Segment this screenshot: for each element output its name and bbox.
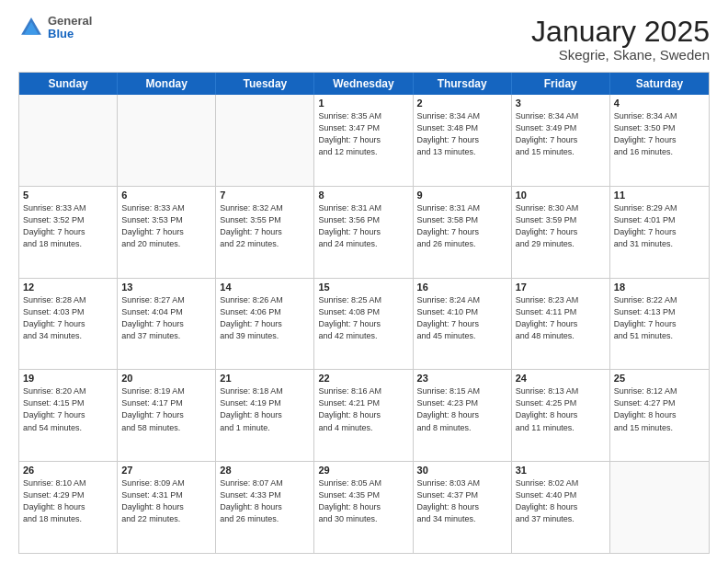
day-number: 6	[121, 190, 211, 201]
day-number: 29	[318, 465, 408, 476]
day-info: Sunrise: 8:19 AM Sunset: 4:17 PM Dayligh…	[121, 385, 211, 433]
week-row-2: 5Sunrise: 8:33 AM Sunset: 3:52 PM Daylig…	[19, 187, 709, 279]
day-info: Sunrise: 8:16 AM Sunset: 4:21 PM Dayligh…	[318, 385, 408, 433]
day-cell-12: 12Sunrise: 8:28 AM Sunset: 4:03 PM Dayli…	[19, 279, 118, 370]
day-info: Sunrise: 8:27 AM Sunset: 4:04 PM Dayligh…	[121, 294, 211, 342]
calendar-header: SundayMondayTuesdayWednesdayThursdayFrid…	[19, 73, 709, 95]
day-number: 8	[318, 190, 408, 201]
week-row-5: 26Sunrise: 8:10 AM Sunset: 4:29 PM Dayli…	[19, 462, 709, 553]
day-info: Sunrise: 8:09 AM Sunset: 4:31 PM Dayligh…	[121, 477, 211, 525]
logo: General Blue	[18, 15, 92, 41]
logo-blue: Blue	[48, 28, 92, 40]
day-cell-5: 5Sunrise: 8:33 AM Sunset: 3:52 PM Daylig…	[19, 187, 118, 278]
week-row-4: 19Sunrise: 8:20 AM Sunset: 4:15 PM Dayli…	[19, 370, 709, 462]
day-cell-15: 15Sunrise: 8:25 AM Sunset: 4:08 PM Dayli…	[314, 279, 413, 370]
page: General Blue January 2025 Skegrie, Skane…	[0, 0, 728, 563]
day-number: 9	[417, 190, 507, 201]
day-info: Sunrise: 8:34 AM Sunset: 3:49 PM Dayligh…	[516, 110, 606, 158]
day-info: Sunrise: 8:34 AM Sunset: 3:50 PM Dayligh…	[614, 110, 705, 158]
day-info: Sunrise: 8:15 AM Sunset: 4:23 PM Dayligh…	[417, 385, 507, 433]
day-cell-6: 6Sunrise: 8:33 AM Sunset: 3:53 PM Daylig…	[118, 187, 216, 278]
subtitle: Skegrie, Skane, Sweden	[531, 47, 710, 63]
empty-cell	[19, 95, 118, 186]
empty-cell	[216, 95, 314, 186]
day-cell-9: 9Sunrise: 8:31 AM Sunset: 3:58 PM Daylig…	[414, 187, 512, 278]
day-number: 5	[23, 190, 113, 201]
day-number: 28	[220, 465, 310, 476]
day-number: 18	[614, 282, 705, 293]
day-cell-20: 20Sunrise: 8:19 AM Sunset: 4:17 PM Dayli…	[118, 370, 216, 461]
day-cell-24: 24Sunrise: 8:13 AM Sunset: 4:25 PM Dayli…	[512, 370, 610, 461]
empty-cell	[610, 462, 709, 553]
main-title: January 2025	[531, 15, 710, 49]
day-cell-4: 4Sunrise: 8:34 AM Sunset: 3:50 PM Daylig…	[610, 95, 709, 186]
day-info: Sunrise: 8:23 AM Sunset: 4:11 PM Dayligh…	[516, 294, 606, 342]
day-cell-14: 14Sunrise: 8:26 AM Sunset: 4:06 PM Dayli…	[216, 279, 314, 370]
weekday-header-tuesday: Tuesday	[216, 73, 314, 95]
day-info: Sunrise: 8:33 AM Sunset: 3:52 PM Dayligh…	[23, 202, 113, 250]
calendar-body: 1Sunrise: 8:35 AM Sunset: 3:47 PM Daylig…	[19, 95, 709, 553]
weekday-header-monday: Monday	[118, 73, 216, 95]
weekday-header-thursday: Thursday	[414, 73, 512, 95]
weekday-header-saturday: Saturday	[610, 73, 709, 95]
day-info: Sunrise: 8:30 AM Sunset: 3:59 PM Dayligh…	[516, 202, 606, 250]
day-number: 20	[121, 373, 211, 384]
day-number: 27	[121, 465, 211, 476]
day-cell-23: 23Sunrise: 8:15 AM Sunset: 4:23 PM Dayli…	[414, 370, 512, 461]
day-number: 3	[516, 98, 606, 109]
day-number: 13	[121, 282, 211, 293]
day-cell-25: 25Sunrise: 8:12 AM Sunset: 4:27 PM Dayli…	[610, 370, 709, 461]
day-cell-31: 31Sunrise: 8:02 AM Sunset: 4:40 PM Dayli…	[512, 462, 610, 553]
day-info: Sunrise: 8:31 AM Sunset: 3:56 PM Dayligh…	[318, 202, 408, 250]
day-number: 1	[318, 98, 408, 109]
day-cell-21: 21Sunrise: 8:18 AM Sunset: 4:19 PM Dayli…	[216, 370, 314, 461]
day-number: 30	[417, 465, 507, 476]
day-cell-2: 2Sunrise: 8:34 AM Sunset: 3:48 PM Daylig…	[414, 95, 512, 186]
day-number: 22	[318, 373, 408, 384]
day-cell-22: 22Sunrise: 8:16 AM Sunset: 4:21 PM Dayli…	[314, 370, 413, 461]
day-info: Sunrise: 8:25 AM Sunset: 4:08 PM Dayligh…	[318, 294, 408, 342]
day-number: 15	[318, 282, 408, 293]
day-cell-26: 26Sunrise: 8:10 AM Sunset: 4:29 PM Dayli…	[19, 462, 118, 553]
day-info: Sunrise: 8:35 AM Sunset: 3:47 PM Dayligh…	[318, 110, 408, 158]
logo-icon	[18, 15, 44, 40]
day-info: Sunrise: 8:02 AM Sunset: 4:40 PM Dayligh…	[516, 477, 606, 525]
day-number: 12	[23, 282, 113, 293]
day-number: 11	[614, 190, 705, 201]
day-cell-19: 19Sunrise: 8:20 AM Sunset: 4:15 PM Dayli…	[19, 370, 118, 461]
day-cell-13: 13Sunrise: 8:27 AM Sunset: 4:04 PM Dayli…	[118, 279, 216, 370]
day-number: 16	[417, 282, 507, 293]
day-info: Sunrise: 8:28 AM Sunset: 4:03 PM Dayligh…	[23, 294, 113, 342]
day-cell-28: 28Sunrise: 8:07 AM Sunset: 4:33 PM Dayli…	[216, 462, 314, 553]
day-number: 31	[516, 465, 606, 476]
day-number: 25	[614, 373, 705, 384]
day-cell-29: 29Sunrise: 8:05 AM Sunset: 4:35 PM Dayli…	[314, 462, 413, 553]
day-number: 4	[614, 98, 705, 109]
header: General Blue January 2025 Skegrie, Skane…	[18, 15, 710, 63]
calendar: SundayMondayTuesdayWednesdayThursdayFrid…	[18, 72, 710, 554]
day-cell-11: 11Sunrise: 8:29 AM Sunset: 4:01 PM Dayli…	[610, 187, 709, 278]
day-cell-17: 17Sunrise: 8:23 AM Sunset: 4:11 PM Dayli…	[512, 279, 610, 370]
day-number: 26	[23, 465, 113, 476]
day-info: Sunrise: 8:13 AM Sunset: 4:25 PM Dayligh…	[516, 385, 606, 433]
day-info: Sunrise: 8:05 AM Sunset: 4:35 PM Dayligh…	[318, 477, 408, 525]
day-number: 21	[220, 373, 310, 384]
week-row-3: 12Sunrise: 8:28 AM Sunset: 4:03 PM Dayli…	[19, 279, 709, 371]
day-cell-18: 18Sunrise: 8:22 AM Sunset: 4:13 PM Dayli…	[610, 279, 709, 370]
day-cell-10: 10Sunrise: 8:30 AM Sunset: 3:59 PM Dayli…	[512, 187, 610, 278]
day-info: Sunrise: 8:20 AM Sunset: 4:15 PM Dayligh…	[23, 385, 113, 433]
day-number: 17	[516, 282, 606, 293]
day-number: 10	[516, 190, 606, 201]
day-number: 19	[23, 373, 113, 384]
day-info: Sunrise: 8:29 AM Sunset: 4:01 PM Dayligh…	[614, 202, 705, 250]
logo-text: General Blue	[48, 15, 92, 41]
day-info: Sunrise: 8:26 AM Sunset: 4:06 PM Dayligh…	[220, 294, 310, 342]
day-number: 23	[417, 373, 507, 384]
day-number: 2	[417, 98, 507, 109]
day-cell-27: 27Sunrise: 8:09 AM Sunset: 4:31 PM Dayli…	[118, 462, 216, 553]
day-cell-1: 1Sunrise: 8:35 AM Sunset: 3:47 PM Daylig…	[314, 95, 413, 186]
weekday-header-friday: Friday	[512, 73, 610, 95]
logo-general: General	[48, 15, 92, 28]
day-info: Sunrise: 8:18 AM Sunset: 4:19 PM Dayligh…	[220, 385, 310, 433]
day-info: Sunrise: 8:07 AM Sunset: 4:33 PM Dayligh…	[220, 477, 310, 525]
